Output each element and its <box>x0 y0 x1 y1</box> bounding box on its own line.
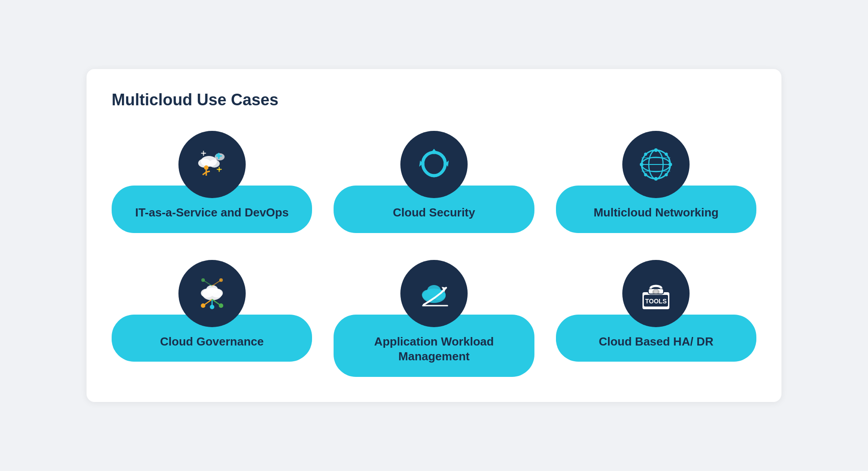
svg-point-40 <box>665 173 668 176</box>
use-case-app-workload: Application Workload Management <box>334 260 534 377</box>
networking-icon <box>622 131 690 198</box>
svg-point-44 <box>206 285 218 294</box>
devops-icon <box>178 131 246 198</box>
svg-point-49 <box>210 305 214 309</box>
page-title: Multicloud Use Cases <box>112 91 756 109</box>
hadr-icon: TOOLS <box>622 260 690 327</box>
svg-point-37 <box>644 152 647 156</box>
svg-point-38 <box>665 152 668 156</box>
svg-rect-18 <box>204 153 206 154</box>
svg-text:TOOLS: TOOLS <box>645 298 667 305</box>
svg-rect-10 <box>218 157 219 159</box>
svg-point-53 <box>201 278 205 282</box>
use-case-it-as-a-service: IT-as-a-Service and DevOps <box>112 131 312 233</box>
svg-point-4 <box>204 165 208 170</box>
svg-point-54 <box>219 278 223 282</box>
use-case-cloud-governance: Cloud Governance <box>112 260 312 377</box>
main-card: Multicloud Use Cases <box>87 69 781 402</box>
svg-rect-12 <box>220 155 222 156</box>
svg-rect-66 <box>654 290 658 294</box>
svg-point-19 <box>218 168 220 170</box>
svg-point-50 <box>219 303 223 308</box>
svg-rect-9 <box>218 153 219 155</box>
workload-icon <box>400 260 468 327</box>
svg-rect-15 <box>203 151 204 152</box>
use-cases-grid: IT-as-a-Service and DevOps Cloud Securit… <box>112 131 756 377</box>
svg-point-48 <box>201 303 205 308</box>
use-case-cloud-hadr: TOOLS Cloud Based HA/ DR <box>556 260 756 377</box>
use-case-multicloud-networking: Multicloud Networking <box>556 131 756 233</box>
svg-point-35 <box>640 163 643 166</box>
svg-point-39 <box>644 173 647 176</box>
svg-point-2 <box>209 160 220 168</box>
svg-point-8 <box>217 154 220 157</box>
security-icon <box>400 131 468 198</box>
svg-line-7 <box>206 171 210 172</box>
use-case-cloud-security: Cloud Security <box>334 131 534 233</box>
svg-point-36 <box>668 163 672 166</box>
svg-rect-21 <box>218 170 219 172</box>
svg-point-34 <box>654 177 658 181</box>
svg-point-33 <box>654 148 658 152</box>
governance-icon <box>178 260 246 327</box>
svg-rect-11 <box>216 155 217 156</box>
svg-rect-16 <box>203 154 204 156</box>
svg-rect-20 <box>218 167 219 168</box>
svg-rect-23 <box>220 169 221 170</box>
svg-rect-17 <box>201 153 202 154</box>
svg-rect-22 <box>217 169 218 170</box>
svg-point-14 <box>202 152 204 154</box>
